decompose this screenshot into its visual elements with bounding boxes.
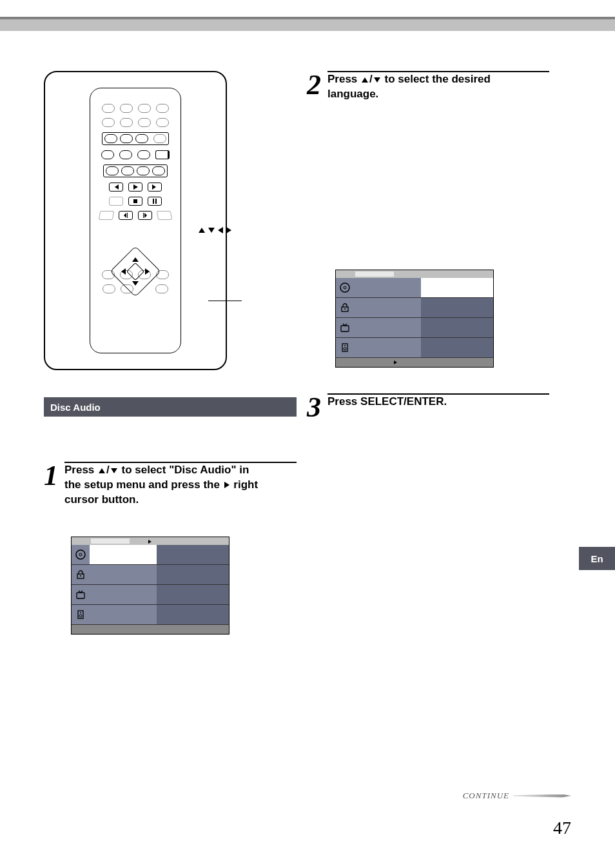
svg-rect-15 [341, 326, 349, 331]
svg-point-4 [79, 553, 82, 556]
step-fwd-icon [138, 211, 152, 220]
svg-point-12 [344, 286, 346, 289]
svg-point-17 [344, 348, 346, 350]
svg-rect-7 [77, 593, 84, 598]
step1-l3: cursor button. [64, 493, 139, 506]
menu2-row4-value [421, 338, 493, 357]
step-1-text: Press / to select "Disc Audio" in the se… [64, 463, 297, 508]
step1-l1a: Press [64, 464, 97, 476]
menu1-row2-value [157, 565, 229, 584]
lock-icon [336, 302, 354, 313]
svg-rect-1 [153, 199, 154, 204]
remote-illustration [44, 71, 227, 370]
remote-body [90, 88, 181, 353]
menu2-row2-value [421, 298, 493, 317]
menu1-row1-value [157, 545, 229, 564]
tv-icon [336, 322, 354, 333]
section-heading-disc-audio: Disc Audio [44, 397, 297, 417]
disc-icon [336, 282, 354, 293]
tv-icon [72, 589, 90, 600]
setup-menu-illustration-1 [71, 537, 229, 635]
step-3-number: 3 [307, 393, 321, 422]
header-bar [0, 19, 615, 31]
menu1-row4-value [157, 605, 229, 624]
svg-point-10 [80, 612, 81, 613]
step1-l2b: right [231, 478, 259, 491]
svg-point-18 [344, 345, 346, 346]
step-2-text: Press / to select the desired language. [327, 72, 549, 102]
pause-icon [148, 197, 162, 206]
step1-l1b: to select "Disc Audio" in [119, 464, 249, 476]
dpad-callout-label [199, 226, 231, 233]
step2-l1a: Press [327, 73, 360, 85]
continue-label: CONTINUE [463, 791, 509, 801]
step-2-number: 2 [307, 71, 321, 102]
menu1-row3-value [157, 585, 229, 604]
svg-rect-0 [133, 199, 137, 203]
continue-indicator: CONTINUE [463, 791, 571, 801]
play-icon [128, 182, 142, 192]
svg-point-11 [340, 283, 349, 292]
step2-l2: language. [327, 88, 378, 100]
svg-point-14 [344, 308, 346, 310]
dpad [117, 253, 153, 290]
svg-point-3 [76, 550, 85, 559]
step1-l2a: the setup menu and press the [64, 478, 223, 491]
step-back-icon [119, 211, 133, 220]
step2-l1b: to select the desired [382, 73, 491, 85]
lock-icon [72, 569, 90, 580]
setup-menu-illustration-2 [335, 270, 494, 368]
svg-point-9 [79, 615, 82, 617]
step-1-number: 1 [44, 462, 58, 508]
speaker-icon [336, 342, 354, 353]
menu2-row1-value [421, 278, 493, 297]
next-track-icon [148, 182, 162, 192]
step-3-text: Press SELECT/ENTER. [327, 395, 549, 409]
svg-point-6 [80, 575, 81, 577]
page-number: 47 [553, 818, 571, 838]
speaker-icon [72, 609, 90, 620]
stop-icon [128, 197, 142, 206]
continue-arrow-icon [513, 794, 571, 798]
disc-icon [72, 549, 90, 560]
menu2-row3-value [421, 318, 493, 337]
prev-track-icon [109, 182, 123, 192]
language-badge: En [579, 547, 615, 570]
svg-rect-2 [155, 199, 157, 204]
